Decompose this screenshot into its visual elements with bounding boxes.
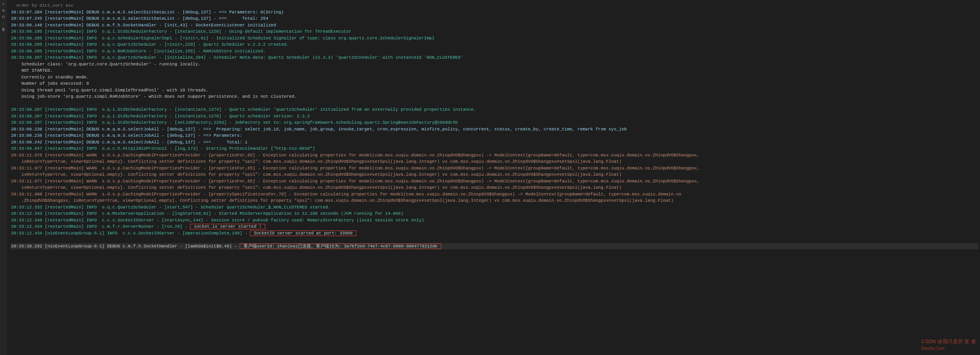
log-line: 20:33:07.204 [restartedMain] DEBUG c.m.s…: [10, 9, 978, 16]
log-line: 20:33:11.975 [restartedMain] WARN s.d.s.…: [10, 152, 978, 159]
gutter-icon-5[interactable]: 🗑: [1, 27, 6, 32]
log-line: 20:33:08.205 [restartedMain] INFO o.q.c.…: [10, 35, 978, 42]
log-line: [10, 236, 978, 243]
gutter-icon-2[interactable]: ⊞: [1, 8, 6, 13]
watermark-text: CSDN @我只是开 发 者: [921, 338, 976, 344]
socket-start-highlight: socket.io server started !: [190, 224, 265, 229]
log-line: isReturnType=true, view=Optional.empty}.…: [10, 171, 978, 178]
socket-io-start-line: 20:33:12.434 [restartedMain] INFO c.m.f.…: [10, 223, 978, 230]
socket-io-port-line: 20:33:12.434 [nioEventLoopGroup-5-1] INF…: [10, 230, 978, 237]
client-connect-highlight: 客户端userId: zhanleai已连接, 客户端ID为: 3a7bf2ed…: [240, 243, 441, 249]
log-line: isReturnType=true, view=Optional.empty}.…: [10, 184, 978, 191]
log-line: 20:33:07.245 [restartedMain] DEBUG c.m.s…: [10, 15, 978, 22]
log-line: 20:33:11.977 [restartedMain] WARN s.d.s.…: [10, 165, 978, 172]
log-line: 20:33:08.207 [restartedMain] INFO o.q.i.…: [10, 106, 978, 113]
log-line: 20:33:08.207 [restartedMain] INFO o.q.i.…: [10, 119, 978, 126]
log-line: 20:33:12.346 [restartedMain] INFO c.c.s.…: [10, 217, 978, 224]
left-gutter: ≡ ⊞ ⊟ ↓ 🗑: [0, 0, 7, 355]
log-line: 20:33:09.847 [restartedMain] INFO o.a.c.…: [10, 145, 978, 152]
log-line: 20:33:08.205 [restartedMain] INFO o.q.c.…: [10, 41, 978, 48]
log-line: Using job-store 'org.quartz.simpl.RAMJob…: [10, 93, 978, 100]
log-line: isReturnType=true, view=Optional.empty}.…: [10, 158, 978, 165]
log-line: Using thread pool 'org.quartz.simpl.Simp…: [10, 87, 978, 94]
log-line: 20:33:08.238 [restartedMain] DEBUG c.m.q…: [10, 126, 978, 133]
log-line: 20:33:08.242 [restartedMain] DEBUG c.m.q…: [10, 139, 978, 146]
log-line: 20:33:12.343 [restartedMain] INFO c.m.Ms…: [10, 210, 978, 217]
socket-port-highlight: SocketIO server started at port: 33000: [250, 230, 356, 236]
log-line: 20:33:08.195 [restartedMain] INFO o.q.i.…: [10, 28, 978, 35]
log-line: 20:33:08.238 [restartedMain] DEBUG c.m.q…: [10, 132, 978, 139]
console-container: ≡ ⊞ ⊟ ↓ 🗑 order by dict_sort asc 20:33:0…: [0, 0, 980, 355]
log-line: order by dict_sort asc: [10, 2, 978, 9]
log-line: 20:33:08.207 [restartedMain] INFO o.q.c.…: [10, 54, 978, 61]
log-line: Scheduler class: 'org.quartz.core.Quartz…: [10, 61, 978, 68]
watermark: CSDN @我只是开 发 者 DevZe.Com: [921, 338, 976, 351]
gutter-icon-1[interactable]: ≡: [1, 2, 6, 7]
log-line: 20:33:11.977 [restartedMain] WARN s.d.s.…: [10, 178, 978, 185]
log-line: 20:33:08.146 [restartedMain] DEBUG c.m.f…: [10, 22, 978, 29]
log-line: 20:33:12.332 [restartedMain] INFO o.q.c.…: [10, 204, 978, 211]
log-line: Number of jobs executed: 0: [10, 80, 978, 87]
log-line: 20:33:11.980 [restartedMain] WARN s.d.s.…: [10, 191, 978, 198]
last-debug-line: 20:35:38.292 [nioEventLoopGroup-6-1] DEB…: [10, 243, 978, 250]
log-line: 20:33:08.205 [restartedMain] INFO o.q.s.…: [10, 48, 978, 55]
gutter-icon-3[interactable]: ⊟: [1, 14, 6, 20]
log-line: Currently in standby mode.: [10, 74, 978, 81]
log-line: 20:33:08.207 [restartedMain] INFO o.q.i.…: [10, 113, 978, 120]
log-lines: order by dict_sort asc 20:33:07.204 [res…: [9, 2, 980, 250]
gutter-icon-4[interactable]: ↓: [1, 20, 6, 26]
log-line: .ZhinpdVO$Shangpxx, isReturnType=true, v…: [10, 197, 978, 204]
watermark-sub: DevZe.Com: [921, 346, 945, 351]
log-line: NOT STARTED.: [10, 67, 978, 74]
log-line: [10, 100, 978, 107]
